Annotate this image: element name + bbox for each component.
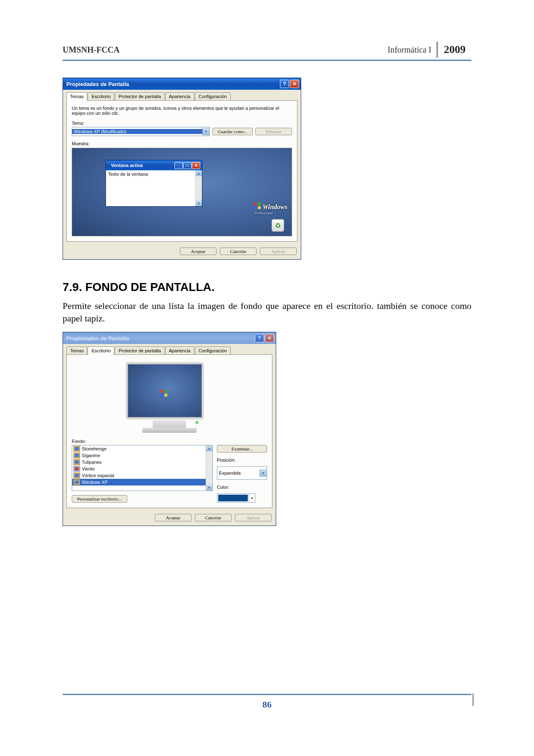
windows-flag-icon: [254, 202, 262, 209]
maximize-icon: □: [183, 162, 191, 169]
tab-temas[interactable]: Temas: [66, 92, 87, 101]
cancel-button[interactable]: Cancelar: [220, 248, 257, 255]
tab-apariencia[interactable]: Apariencia: [165, 346, 194, 354]
section-paragraph: Permite seleccionar de una lista la imag…: [63, 300, 471, 324]
titlebar[interactable]: Propiedades de Pantalla ? ✕: [63, 78, 301, 90]
apply-button: Aplicar: [260, 248, 297, 255]
header-year: 2009: [436, 42, 471, 58]
page-header: UMSNH-FCCA Informática I 2009: [63, 42, 471, 61]
list-item[interactable]: Síganme: [72, 452, 206, 459]
browse-button[interactable]: Examinar...: [217, 445, 267, 453]
minimize-icon: _: [174, 162, 183, 169]
windows-logo: Windows Professional: [254, 202, 287, 215]
list-item[interactable]: Tulipanes: [72, 459, 206, 465]
list-item-label: Tulipanes: [82, 460, 101, 465]
dialog-display-properties-2: Propiedades de Pantalla ? ✕ Temas Escrit…: [63, 332, 276, 526]
tab-protector[interactable]: Protector de pantalla: [115, 346, 165, 354]
page-number: 86: [262, 699, 272, 710]
image-file-icon: [73, 446, 80, 452]
apply-button: Aplicar: [235, 514, 272, 521]
chevron-down-icon: ▼: [202, 128, 209, 135]
list-item[interactable]: Viento: [72, 465, 206, 472]
position-dropdown[interactable]: Expandida ▼: [217, 466, 267, 480]
tab-temas[interactable]: Temas: [66, 346, 87, 354]
ok-button[interactable]: Aceptar: [180, 248, 217, 255]
dialog-display-properties-1: Propiedades de Pantalla ? ✕ Temas Escrit…: [63, 78, 301, 260]
list-item-label: Síganme: [82, 453, 100, 458]
close-icon: ✕: [192, 162, 200, 169]
background-label: Fondo:: [72, 439, 267, 444]
theme-value: Windows XP (Modificado): [72, 129, 202, 134]
remove-button: Eliminar: [255, 128, 292, 135]
close-icon[interactable]: ✕: [265, 334, 274, 342]
theme-preview: Ventana activa _ □ ✕ Texto de la ventana…: [72, 148, 292, 236]
sample-label: Muestra:: [72, 141, 292, 146]
listbox-scrollbar[interactable]: ▲ ▼: [206, 445, 212, 491]
tab-body-escritorio: Fondo: StonehengeSíganmeTulipanesVientoV…: [66, 354, 272, 508]
customize-desktop-button[interactable]: Personalizar escritorio...: [72, 495, 127, 503]
list-item[interactable]: Windows XP: [72, 479, 206, 485]
sample-titlebar: Ventana activa _ □ ✕: [106, 160, 202, 170]
tab-escritorio[interactable]: Escritorio: [88, 92, 114, 100]
chevron-down-icon: ▼: [206, 485, 212, 491]
image-file-icon: [73, 479, 80, 485]
save-as-button[interactable]: Guardar como...: [212, 128, 253, 135]
color-picker[interactable]: ▾: [217, 493, 255, 503]
list-item-label: Viento: [82, 466, 95, 471]
list-item-label: Windows XP: [82, 480, 108, 485]
position-label: Posición:: [217, 458, 267, 463]
page-footer: 86: [63, 694, 471, 710]
titlebar[interactable]: Propiedades de Pantalla ? ✕: [63, 332, 276, 344]
recycle-bin-icon: ♻: [272, 219, 284, 232]
sample-scrollbar: ▲ ▼: [195, 170, 202, 206]
section-heading: 7.9. FONDO DE PANTALLA.: [63, 281, 471, 294]
help-icon[interactable]: ?: [255, 334, 264, 342]
list-item-label: Stonehenge: [82, 446, 106, 451]
theme-description: Un tema es un fondo y un grupo de sonido…: [72, 106, 292, 116]
windows-flag-icon: [161, 390, 169, 397]
image-file-icon: [73, 473, 80, 478]
image-file-icon: [73, 453, 80, 458]
windows-edition: Professional: [254, 211, 287, 215]
tab-configuracion[interactable]: Configuración: [195, 92, 231, 100]
tab-escritorio[interactable]: Escritorio: [88, 346, 114, 355]
list-item-label: Vórtice espacial: [82, 473, 114, 478]
sample-body-text: Texto de la ventana: [106, 170, 195, 206]
titlebar-text: Propiedades de Pantalla: [66, 81, 279, 87]
monitor-preview: [126, 362, 213, 433]
chevron-up-icon: ▲: [206, 445, 212, 451]
help-icon[interactable]: ?: [280, 80, 289, 88]
image-file-icon: [73, 466, 80, 472]
tab-protector[interactable]: Protector de pantalla: [115, 92, 165, 100]
header-left: UMSNH-FCCA: [63, 42, 388, 58]
cancel-button[interactable]: Cancelar: [195, 514, 232, 521]
list-item[interactable]: Stonehenge: [72, 445, 206, 452]
tab-body-temas: Un tema es un fondo y un grupo de sonido…: [66, 100, 297, 242]
close-icon[interactable]: ✕: [290, 80, 299, 88]
tab-strip: Temas Escritorio Protector de pantalla A…: [63, 90, 301, 100]
titlebar-text: Propiedades de Pantalla: [66, 335, 254, 341]
chevron-up-icon: ▲: [196, 170, 202, 176]
footer-mark: [472, 693, 474, 706]
background-listbox[interactable]: StonehengeSíganmeTulipanesVientoVórtice …: [72, 445, 213, 491]
list-item[interactable]: Vórtice espacial: [72, 472, 206, 479]
sample-window: Ventana activa _ □ ✕ Texto de la ventana…: [106, 160, 202, 207]
tab-apariencia[interactable]: Apariencia: [165, 92, 194, 100]
power-led-icon: [196, 421, 198, 424]
theme-dropdown[interactable]: Windows XP (Modificado) ▼: [72, 127, 210, 136]
chevron-down-icon: ▼: [196, 200, 202, 206]
theme-label: Tema:: [72, 121, 292, 126]
sample-title: Ventana activa: [109, 163, 174, 168]
color-label: Color:: [217, 485, 267, 490]
chevron-down-icon: ▾: [249, 494, 255, 502]
header-course: Informática I: [388, 42, 436, 58]
position-value: Expandida: [217, 470, 259, 475]
tab-strip: Temas Escritorio Protector de pantalla A…: [63, 344, 276, 354]
color-swatch: [218, 495, 248, 501]
tab-configuracion[interactable]: Configuración: [195, 346, 231, 354]
image-file-icon: [73, 459, 80, 465]
chevron-down-icon: ▼: [259, 469, 267, 477]
ok-button[interactable]: Aceptar: [155, 514, 191, 521]
